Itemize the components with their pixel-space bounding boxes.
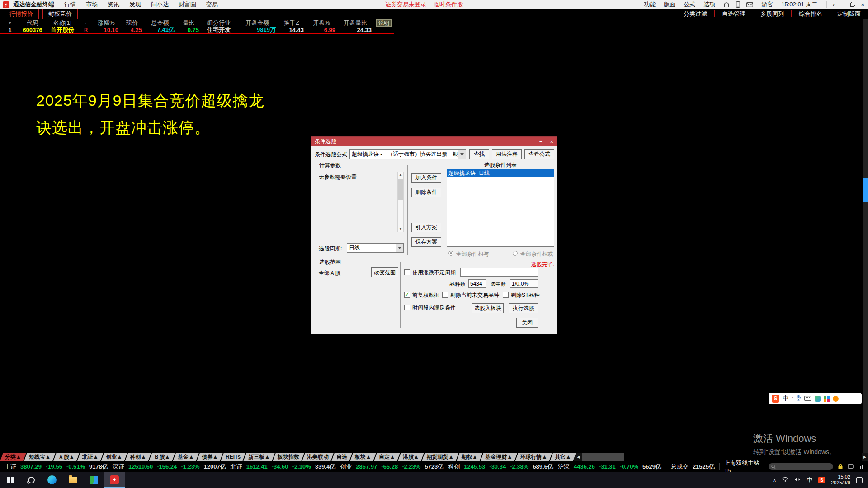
signal-strength-icon[interactable]	[858, 464, 863, 469]
menu-news[interactable]: 资讯	[108, 0, 119, 9]
market-tab-others[interactable]: 其它▲	[550, 453, 576, 461]
usage-notes-button[interactable]: 用法注释	[492, 149, 522, 159]
market-tab-watchlist[interactable]: 自选	[331, 453, 352, 461]
delete-condition-button[interactable]: 删除条件	[411, 188, 441, 197]
btn-category-filter[interactable]: 分类过滤	[676, 10, 714, 17]
tab-limit-auction[interactable]: 封板竞价	[42, 9, 78, 19]
ime-toolbox-icon[interactable]	[824, 396, 830, 402]
formula-dropdown-icon[interactable]	[458, 150, 466, 159]
change-range-button[interactable]: 改变范围	[371, 267, 398, 277]
market-tab-futures[interactable]: 期货现货▲	[422, 453, 459, 461]
market-tab-hk[interactable]: 港股▲	[398, 453, 424, 461]
select-into-block-button[interactable]: 选股入板块	[472, 303, 504, 313]
view-formula-button[interactable]: 查看公式	[524, 149, 554, 159]
period-combobox[interactable]: 日线	[347, 243, 404, 253]
restore-icon[interactable]	[850, 3, 854, 7]
market-tab-shortline[interactable]: 短线宝▲	[24, 453, 56, 461]
market-tab-global[interactable]: 环球行情▲	[515, 453, 552, 461]
menu-layout[interactable]: 版面	[664, 0, 675, 9]
market-tab-custom[interactable]: 自定▲	[374, 453, 400, 461]
index-star50[interactable]: 科创1245.53-30.34-2.38%689.6亿	[448, 463, 553, 471]
col-open-vol-ratio[interactable]: 开盘量比	[337, 19, 373, 27]
save-plan-button[interactable]: 保存方案	[411, 237, 441, 247]
col-turnover-z[interactable]: 换手Z	[278, 19, 306, 27]
sogou-ime-bar[interactable]: S 中 ’	[769, 393, 862, 404]
index-csi300[interactable]: 沪深4436.26-31.31-0.70%5629亿	[558, 463, 661, 471]
table-row[interactable]: 1 600376 首开股份 R 10.10 4.25 7.41亿 0.75 住宅…	[0, 27, 398, 33]
menu-quotes[interactable]: 行情	[64, 0, 76, 9]
app-button-green[interactable]	[83, 472, 104, 488]
checkbox-updown-period[interactable]	[404, 269, 410, 275]
market-tab-category[interactable]: 分类▲	[0, 453, 26, 461]
find-button[interactable]: 查找	[469, 149, 489, 159]
radio-all-or[interactable]	[513, 251, 518, 256]
taskbar-clock[interactable]: 15:02 2025/9/9	[831, 474, 850, 486]
sogou-logo-icon[interactable]: S	[772, 395, 779, 403]
market-tab-reits[interactable]: REITs	[221, 453, 245, 461]
speaker-muted-icon[interactable]	[794, 476, 801, 484]
file-explorer-button[interactable]	[62, 472, 83, 488]
quick-search-input[interactable]	[769, 463, 833, 470]
market-tab-hk-us[interactable]: 港美联动	[302, 453, 334, 461]
market-tab-sector-index[interactable]: 板块指数	[273, 453, 304, 461]
formula-combobox[interactable]: 超级擒龙诀 - （适于强市）慎买连出票 银峰	[349, 149, 466, 159]
close-icon[interactable]: ×	[861, 1, 864, 8]
temp-condition-stock[interactable]: 临时条件股	[434, 0, 463, 9]
col-change-pct[interactable]: 涨幅%	[92, 19, 120, 27]
dialog-minimize-icon[interactable]: −	[539, 138, 543, 145]
close-button[interactable]: 关闭	[516, 318, 538, 328]
start-button[interactable]	[0, 472, 21, 488]
headset-icon[interactable]	[723, 2, 730, 8]
ime-indicator[interactable]: 中	[807, 476, 812, 484]
col-open-pct[interactable]: 开盘%	[306, 19, 337, 27]
tdx-app-button[interactable]	[104, 472, 125, 488]
market-tab-ashare[interactable]: Ａ股▲	[53, 453, 80, 461]
col-vol-ratio[interactable]: 量比	[176, 19, 201, 27]
ime-mode-chinese[interactable]: 中	[783, 394, 788, 403]
mobile-phone-icon[interactable]	[736, 1, 740, 8]
dialog-title-bar[interactable]: 条件选股 − ×	[311, 137, 557, 146]
market-tab-neeq[interactable]: 新三板▲	[243, 453, 275, 461]
action-center-icon[interactable]	[856, 477, 863, 483]
main-scrollbar[interactable]	[863, 19, 868, 453]
col-price[interactable]: 现价	[120, 19, 144, 27]
main-scrollbar-thumb[interactable]	[863, 178, 868, 202]
index-bse[interactable]: 北证1612.41-34.60-2.10%339.4亿	[231, 463, 336, 471]
menu-market[interactable]: 市场	[86, 0, 98, 9]
market-tab-bshare[interactable]: Ｂ股▲	[149, 453, 175, 461]
menu-ask[interactable]: 问小达	[151, 0, 169, 9]
market-tab-bonds[interactable]: 债券▲	[197, 453, 223, 461]
message-board-icon[interactable]	[848, 464, 854, 469]
market-tab-sectors[interactable]: 板块▲	[350, 453, 376, 461]
condition-list-item-selected[interactable]: 超级擒龙诀 日线	[447, 169, 554, 177]
market-tab-bse[interactable]: 北证▲	[77, 453, 104, 461]
import-plan-button[interactable]: 引入方案	[411, 223, 441, 232]
btn-watchlist-manage[interactable]: 自选管理	[714, 10, 753, 17]
condition-listbox[interactable]: 超级擒龙诀 日线	[447, 169, 554, 247]
params-scrollbar[interactable]: ▲ ▼	[397, 172, 404, 232]
scrollbar-thumb[interactable]	[398, 179, 403, 200]
lock-icon[interactable]	[838, 464, 843, 469]
menu-wealth-circle[interactable]: 财富圈	[179, 0, 196, 9]
market-tab-funds[interactable]: 基金▲	[173, 453, 199, 461]
menu-discover[interactable]: 发现	[129, 0, 141, 9]
checkbox-exclude-untraded[interactable]	[442, 292, 448, 298]
menu-functions[interactable]: 功能	[644, 0, 656, 9]
taskbar-search-button[interactable]	[21, 472, 42, 488]
minimize-icon[interactable]: −	[841, 1, 844, 8]
filter-icon[interactable]: ▼	[0, 19, 20, 27]
microphone-icon[interactable]	[796, 394, 801, 403]
edge-browser-button[interactable]	[42, 472, 62, 488]
note-badge[interactable]: 说明	[373, 19, 394, 27]
index-sse[interactable]: 上证3807.29-19.55-0.51%9178亿	[5, 463, 108, 471]
user-guest[interactable]: 游客	[761, 0, 773, 9]
checkbox-forward-adjusted[interactable]	[404, 292, 410, 298]
btn-multi-stock[interactable]: 多股同列	[753, 10, 791, 17]
add-condition-button[interactable]: 加入条件	[411, 173, 441, 183]
menu-options[interactable]: 选项	[703, 0, 715, 9]
mail-icon[interactable]	[746, 2, 753, 7]
ime-settings-icon[interactable]	[833, 396, 839, 402]
checkbox-timespan[interactable]	[404, 305, 410, 310]
market-tab-star[interactable]: 科创▲	[125, 453, 151, 461]
checkbox-exclude-st[interactable]	[503, 292, 509, 298]
